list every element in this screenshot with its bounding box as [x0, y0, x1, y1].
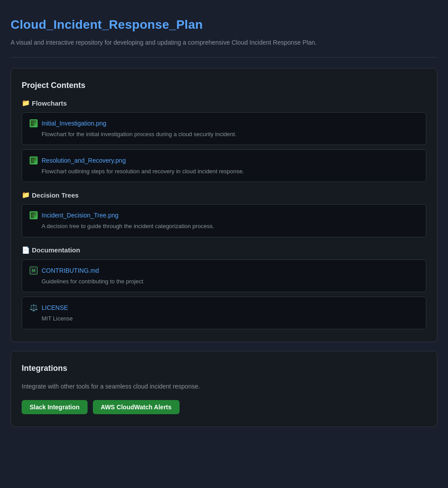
folder-heading-documentation: 📄 Documentation: [22, 246, 426, 254]
folder-documentation: 📄 Documentation M CONTRIBUTING.md Guidel…: [22, 246, 426, 329]
integrations-card: Integrations Integrate with other tools …: [11, 351, 437, 427]
file-desc-initial-investigation: Flowchart for the initial investigation …: [29, 130, 419, 138]
file-name-contributing[interactable]: M CONTRIBUTING.md: [29, 266, 419, 275]
file-desc-contributing: Guidelines for contributing to the proje…: [29, 278, 419, 286]
file-item-decision-tree[interactable]: Incident_Decision_Tree.png A decision tr…: [22, 204, 426, 237]
image-icon-initial: [29, 119, 38, 128]
integration-buttons-container: Slack Integration AWS CloudWatch Alerts: [22, 400, 426, 414]
file-name-license[interactable]: ⚖️ LICENSE: [29, 303, 419, 312]
folder-emoji-decision: 📁: [22, 191, 30, 199]
project-contents-title: Project Contents: [22, 81, 426, 90]
folder-heading-flowcharts: 📁 Flowcharts: [22, 99, 426, 107]
file-name-decision-tree[interactable]: Incident_Decision_Tree.png: [29, 211, 419, 220]
file-name-resolution[interactable]: Resolution_and_Recovery.png: [29, 156, 419, 165]
integrations-description: Integrate with other tools for a seamles…: [22, 382, 426, 391]
aws-cloudwatch-button[interactable]: AWS CloudWatch Alerts: [93, 400, 180, 414]
file-item-resolution[interactable]: Resolution_and_Recovery.png Flowchart ou…: [22, 149, 426, 182]
integrations-title: Integrations: [22, 364, 426, 373]
file-desc-resolution: Flowchart outlining steps for resolution…: [29, 168, 419, 175]
folder-decision-trees: 📁 Decision Trees Incident_Decision_Tree.…: [22, 191, 426, 237]
folder-flowcharts: 📁 Flowcharts Initial_Investigation.png F…: [22, 99, 426, 182]
file-name-initial-investigation[interactable]: Initial_Investigation.png: [29, 119, 419, 128]
image-icon-decision-tree: [29, 211, 38, 220]
folder-heading-decision-trees: 📁 Decision Trees: [22, 191, 426, 199]
divider: [11, 57, 437, 57]
license-icon: ⚖️: [29, 303, 38, 312]
image-icon-resolution: [29, 156, 38, 165]
slack-integration-button[interactable]: Slack Integration: [22, 400, 88, 414]
project-contents-card: Project Contents 📁 Flowcharts Initial_In…: [11, 68, 437, 342]
file-item-contributing[interactable]: M CONTRIBUTING.md Guidelines for contrib…: [22, 259, 426, 292]
file-desc-decision-tree: A decision tree to guide through the inc…: [29, 222, 419, 230]
md-icon-contributing: M: [29, 266, 38, 275]
page-title: Cloud_Incident_Response_Plan: [11, 18, 437, 32]
folder-emoji-flowcharts: 📁: [22, 99, 30, 107]
file-item-initial-investigation[interactable]: Initial_Investigation.png Flowchart for …: [22, 112, 426, 145]
file-desc-license: MIT License: [29, 315, 419, 323]
page-description: A visual and interactive repository for …: [11, 38, 437, 47]
file-item-license[interactable]: ⚖️ LICENSE MIT License: [22, 297, 426, 329]
folder-emoji-documentation: 📄: [22, 246, 30, 254]
